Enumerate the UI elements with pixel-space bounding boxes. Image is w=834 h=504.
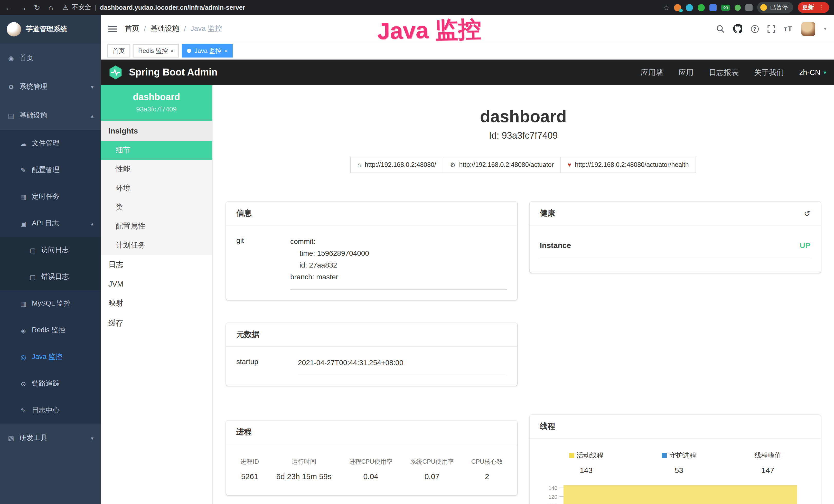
sidebar-item-infra[interactable]: ▤ 基础设施 ▴	[0, 101, 101, 130]
sba-content: dashboard Id: 93a3fc7f7409 ⌂ http://192.…	[213, 85, 834, 504]
sprout-extension-icon[interactable]	[734, 4, 741, 10]
breadcrumb-infra[interactable]: 基础设施	[151, 24, 179, 33]
edit-icon: ✎	[20, 166, 27, 174]
sba-group-insights[interactable]: Insights	[101, 121, 212, 141]
sidebar-item-redis[interactable]: ◈ Redis 监控	[0, 317, 101, 344]
right-column: 健康 ↺ Instance UP	[530, 202, 821, 504]
avatar[interactable]	[802, 22, 815, 36]
health-url: http://192.168.0.2:48080/actuator/health	[575, 161, 688, 168]
sba-item-classes[interactable]: 类	[101, 198, 212, 217]
sidebar-item-jobs[interactable]: ▦ 定时任务	[0, 183, 101, 210]
back-icon[interactable]: ←	[5, 4, 13, 11]
sidebar-label: MySQL 监控	[32, 299, 71, 308]
sba-item-environment[interactable]: 环境	[101, 179, 212, 198]
sidebar-item-config[interactable]: ✎ 配置管理	[0, 157, 101, 183]
sidebar-item-home[interactable]: ◉ 首页	[0, 44, 101, 72]
grid-extension-icon[interactable]	[709, 4, 717, 11]
sidebar-item-log-center[interactable]: ✎ 日志中心	[0, 397, 101, 423]
history-icon[interactable]: ↺	[804, 209, 810, 218]
app-frame: 芋道管理系统 ◉ 首页 ⚙ 系统管理 ▾ ▤ 基础设施 ▴ ☁ 文件管理 ✎	[0, 15, 834, 504]
cards-grid: 信息 git commit: time: 1596289704000 id: 2…	[213, 202, 834, 504]
sba-nav-journal[interactable]: 日志报表	[709, 68, 739, 77]
sidebar-item-files[interactable]: ☁ 文件管理	[0, 130, 101, 157]
wrench-icon: ⚙	[450, 161, 456, 168]
breadcrumb-home[interactable]: 首页	[125, 24, 139, 33]
profile-paused-badge[interactable]: 已暂停	[757, 2, 793, 13]
security-label[interactable]: 不安全	[72, 3, 91, 12]
chevron-up-icon: ▴	[91, 221, 93, 226]
edit-icon: ✎	[20, 407, 27, 414]
startup-value: 2021-04-27T00:44:31.254+08:00	[298, 357, 507, 369]
on-toggle-extension-icon[interactable]: on	[721, 4, 730, 10]
chevron-down-icon[interactable]: ▾	[824, 26, 826, 31]
metric-label: CPU核心数	[471, 458, 503, 466]
tab-label: Java 监控	[194, 46, 221, 55]
sba-item-logs[interactable]: 日志	[101, 255, 212, 275]
sba-nav-applications[interactable]: 应用	[679, 68, 694, 77]
sba-item-config-props[interactable]: 配置属性	[101, 217, 212, 236]
health-instance-row: Instance UP	[540, 241, 811, 258]
metric-value: 5261	[240, 472, 259, 481]
sidebar-item-mysql[interactable]: ▥ MySQL 监控	[0, 290, 101, 317]
locale-selector[interactable]: zh-CN ▾	[799, 68, 826, 76]
metric-value: 2	[471, 472, 503, 481]
sidebar-label: 错误日志	[41, 272, 69, 281]
sidebar-item-api-log[interactable]: ▣ API 日志 ▴	[0, 210, 101, 237]
github-icon[interactable]	[733, 24, 742, 33]
tab-home[interactable]: 首页	[107, 44, 130, 58]
info-row-git: git commit: time: 1596289704000 id: 27aa…	[236, 236, 507, 290]
forward-icon[interactable]: →	[19, 4, 27, 11]
bookmark-star-icon[interactable]: ☆	[663, 3, 670, 12]
close-icon[interactable]: ×	[224, 48, 227, 54]
legend-swatch-blue	[662, 453, 667, 458]
app-logo[interactable]: 芋道管理系统	[0, 15, 101, 44]
sba-nav-about[interactable]: 关于我们	[754, 68, 784, 77]
puzzle-extension-icon[interactable]	[745, 4, 752, 11]
sidebar-item-access-log[interactable]: ▢ 访问日志	[0, 237, 101, 264]
health-key: Instance	[540, 241, 571, 250]
metric-label: 运行时间	[277, 458, 332, 466]
sidebar-item-dev-tools[interactable]: ▧ 研发工具 ▾	[0, 423, 101, 452]
tab-redis-monitor[interactable]: Redis 监控 ×	[133, 44, 179, 58]
sidebar-item-java-monitor[interactable]: ◎ Java 监控	[0, 344, 101, 370]
sba-group-items: 细节 性能 环境 类 配置属性 计划任务	[101, 141, 212, 255]
reload-icon[interactable]: ↻	[33, 4, 41, 11]
sidebar-item-tracing[interactable]: ⊙ 链路追踪	[0, 370, 101, 397]
check-extension-icon[interactable]	[698, 4, 705, 11]
drop-extension-icon[interactable]	[686, 4, 693, 11]
home-icon[interactable]: ⌂	[47, 4, 55, 11]
instance-header[interactable]: dashboard 93a3fc7f7409	[101, 85, 212, 121]
health-url-button[interactable]: ♥ http://192.168.0.2:48080/actuator/heal…	[561, 157, 696, 173]
heart-icon: ♥	[568, 161, 571, 168]
fox-extension-icon[interactable]	[674, 4, 681, 11]
sba-item-details[interactable]: 细节	[101, 141, 212, 160]
search-icon[interactable]	[716, 25, 724, 33]
metric-system-cpu: 系统CPU使用率 0.07	[410, 458, 454, 481]
sidebar-item-error-log[interactable]: ▢ 错误日志	[0, 264, 101, 290]
sba-item-caches[interactable]: 缓存	[101, 313, 212, 333]
sidebar-item-system[interactable]: ⚙ 系统管理 ▾	[0, 72, 101, 101]
kebab-menu-icon[interactable]: ⋮	[818, 4, 824, 11]
service-url-button[interactable]: ⌂ http://192.168.0.2:48080/	[350, 157, 443, 173]
sba-frame: Spring Boot Admin 应用墙 应用 日志报表 关于我们 zh-CN…	[101, 60, 834, 504]
sba-nav: 应用墙 应用 日志报表 关于我们 zh-CN ▾	[641, 68, 826, 77]
url-text[interactable]: dashboard.yudao.iocoder.cn/infra/admin-s…	[100, 4, 245, 11]
admin-sidebar: 芋道管理系统 ◉ 首页 ⚙ 系统管理 ▾ ▤ 基础设施 ▴ ☁ 文件管理 ✎	[0, 15, 101, 504]
help-icon[interactable]: ?	[751, 25, 759, 32]
font-size-icon[interactable]: тT	[784, 25, 793, 33]
address-bar[interactable]: ⚠ 不安全 | dashboard.yudao.iocoder.cn/infra…	[63, 3, 245, 12]
header-actions: ? тT ▾	[716, 22, 826, 36]
browser-update-button[interactable]: 更新 ⋮	[797, 2, 829, 13]
sba-item-jvm[interactable]: JVM	[101, 275, 212, 293]
tab-java-monitor[interactable]: Java 监控 ×	[182, 44, 233, 58]
instance-id: 93a3fc7f7409	[105, 105, 208, 113]
close-icon[interactable]: ×	[171, 48, 174, 54]
hamburger-icon[interactable]	[108, 25, 117, 32]
sba-nav-wallboard[interactable]: 应用墙	[641, 68, 663, 77]
actuator-url-button[interactable]: ⚙ http://192.168.0.2:48080/actuator	[443, 157, 561, 173]
sba-brand-title[interactable]: Spring Boot Admin	[129, 67, 218, 78]
sba-item-scheduled-tasks[interactable]: 计划任务	[101, 236, 212, 255]
sba-item-mappings[interactable]: 映射	[101, 293, 212, 313]
fullscreen-icon[interactable]	[767, 25, 775, 32]
sba-item-metrics[interactable]: 性能	[101, 160, 212, 179]
